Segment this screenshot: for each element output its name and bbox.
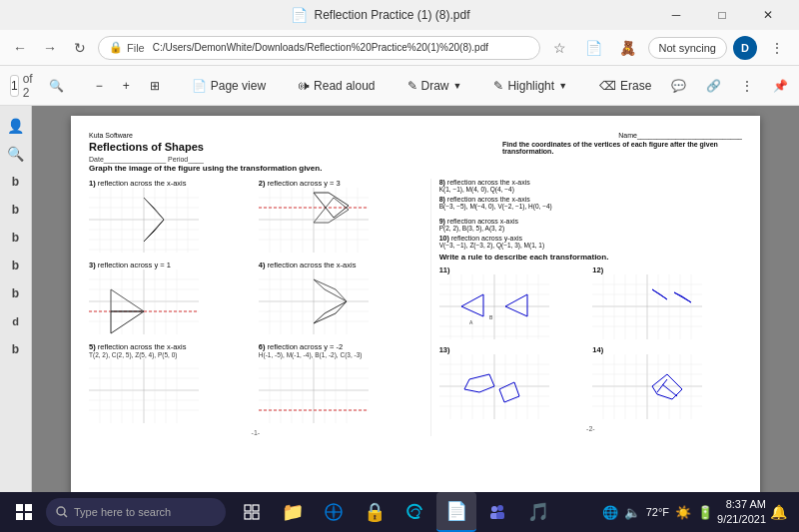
file-label: File (127, 42, 145, 54)
svg-marker-48 (111, 289, 144, 311)
notification-icon[interactable]: 🔔 (770, 504, 787, 520)
music-button[interactable]: 🎵 (518, 492, 558, 532)
collections-button[interactable]: 📄 (580, 34, 608, 62)
problem-12: 12) (592, 266, 742, 341)
zoom-out-button[interactable]: − (88, 75, 111, 97)
problem-11: 11) (439, 266, 589, 341)
pdf-title: Reflections of Shapes (89, 141, 322, 153)
sidebar-collections-icon[interactable]: b (4, 281, 28, 305)
draw-button[interactable]: ✎ Draw ▼ (400, 75, 470, 97)
more-button[interactable]: ⋮ (733, 75, 761, 97)
pdf-area[interactable]: Kuta Software Name______________________… (32, 106, 799, 532)
window-title: 📄 Reflection Practice (1) (8).pdf (291, 7, 469, 23)
battery-icon[interactable]: 🔋 (697, 505, 713, 520)
read-aloud-button[interactable]: 🕪 Read aloud (290, 75, 383, 97)
svg-rect-163 (25, 513, 32, 520)
prob5-sub: T(2, 2), C(2, 5), Z(5, 4), P(5, 0) (89, 351, 253, 358)
lock-icon-taskbar[interactable]: 🔒 (355, 492, 395, 532)
pdf-page: Kuta Software Name______________________… (71, 116, 760, 515)
speaker-icon[interactable]: 🔈 (624, 505, 640, 520)
close-button[interactable]: ✕ (745, 0, 791, 30)
taskbar-icons: 📁 🔒 📄 🎵 (232, 492, 558, 532)
prob3-label: 3) reflection across y = 1 (89, 261, 253, 269)
minimize-button[interactable]: ─ (653, 0, 699, 30)
window-title-text: Reflection Practice (1) (8).pdf (314, 8, 469, 22)
zoom-in-button[interactable]: + (115, 75, 138, 97)
svg-marker-157 (652, 374, 682, 399)
address-box[interactable]: 🔒 File C:/Users/DemonWhite/Downloads/Ref… (98, 36, 540, 60)
pdf-instruction: Graph the image of the figure using the … (89, 164, 322, 173)
sidebar-apps-icon[interactable]: b (4, 254, 28, 277)
network-icon[interactable]: 🌐 (602, 505, 618, 520)
left-sidebar: 👤 🔍 b b b b b d b ⚙ (0, 106, 32, 532)
svg-marker-141 (464, 374, 494, 392)
right-prob-10: 10) reflection across y-axis V(−3, −1), … (439, 235, 742, 249)
title-bar: 📄 Reflection Practice (1) (8).pdf ─ □ ✕ (0, 0, 799, 30)
browser-button[interactable] (314, 492, 354, 532)
sidebar-downloads-icon[interactable]: b (4, 226, 28, 250)
svg-marker-16 (144, 220, 164, 242)
software-name: Kuta Software (89, 132, 133, 139)
draw-icon: ✎ (407, 79, 417, 93)
svg-marker-64 (314, 301, 347, 323)
problem-13: 13) (439, 345, 589, 421)
sidebar-history-icon[interactable]: b (4, 198, 28, 222)
teams-button[interactable] (477, 492, 517, 532)
svg-point-173 (491, 506, 497, 512)
settings-button[interactable]: ⋮ (763, 34, 791, 62)
page-number[interactable]: 1 (10, 75, 19, 97)
prob2-grid (259, 188, 369, 253)
search-pdf-button[interactable]: 🔍 (41, 75, 72, 97)
highlight-button[interactable]: ✎ Highlight ▼ (485, 75, 575, 97)
right-prob-9: 9) reflection across x-axis P(2, 2), B(3… (439, 218, 742, 232)
edge-button[interactable] (396, 492, 435, 532)
sync-button[interactable]: Not syncing (648, 37, 727, 59)
erase-icon: ⌫ (599, 79, 616, 93)
maximize-button[interactable]: □ (699, 0, 745, 30)
page-view-button[interactable]: 📄 Page view (184, 75, 274, 97)
svg-rect-175 (496, 512, 504, 519)
name-label: Name___________________________ (618, 132, 742, 139)
start-button[interactable] (4, 492, 44, 532)
page-total: of 2 (23, 72, 33, 100)
comment-button[interactable]: 💬 (663, 75, 694, 97)
problem-14: 14) (592, 345, 742, 421)
erase-button[interactable]: ⌫ Erase (591, 75, 659, 97)
prob5-grid (89, 358, 199, 423)
forward-button[interactable]: → (38, 36, 62, 60)
erase-label: Erase (620, 79, 651, 93)
sidebar-games-icon[interactable]: b (4, 337, 28, 361)
taskbar-right: 🌐 🔈 72°F ☀️ 🔋 8:37 AM 9/21/2021 🔔 (602, 497, 795, 528)
avatar[interactable]: D (733, 36, 757, 60)
prob4-label: 4) reflection across the x-axis (259, 261, 422, 269)
svg-point-164 (57, 507, 65, 515)
page-view-icon: 📄 (192, 79, 207, 93)
pdf-icon: 📄 (291, 7, 308, 23)
problem-4: 4) reflection across the x-axis (259, 261, 422, 336)
file-explorer-button[interactable]: 📁 (273, 492, 313, 532)
sidebar-bookmarks-icon[interactable]: b (4, 170, 28, 194)
sidebar-discover-icon[interactable]: d (4, 309, 28, 333)
right-prob-8: 8) reflection across the x-axis K(1, −1)… (439, 179, 742, 193)
page-num-left: -1- (89, 429, 422, 436)
back-button[interactable]: ← (8, 36, 32, 60)
prob1-grid (89, 188, 199, 253)
page-num-right: -2- (439, 425, 742, 432)
extensions-button[interactable]: 🧸 (614, 34, 642, 62)
problem-3: 3) reflection across y = 1 (89, 261, 253, 336)
fit-button[interactable]: ⊞ (142, 75, 168, 97)
svg-point-172 (497, 505, 503, 511)
read-aloud-label: Read aloud (314, 79, 375, 93)
refresh-button[interactable]: ↻ (68, 36, 92, 60)
pdf-taskbar-button[interactable]: 📄 (436, 492, 476, 532)
task-view-button[interactable] (232, 492, 272, 532)
pin-button[interactable]: 📌 (765, 75, 796, 97)
sidebar-home-icon[interactable]: 👤 (4, 114, 28, 138)
sidebar-search-icon[interactable]: 🔍 (4, 142, 28, 166)
prob6-sub: H(-1, -5), M(-1, -4), B(1, -2), C(3, -3) (259, 351, 422, 358)
search-box[interactable]: Type here to search (46, 498, 226, 526)
share-button[interactable]: 🔗 (698, 75, 729, 97)
draw-label: Draw (421, 79, 449, 93)
clock[interactable]: 8:37 AM 9/21/2021 (717, 497, 766, 528)
star-button[interactable]: ☆ (546, 34, 574, 62)
